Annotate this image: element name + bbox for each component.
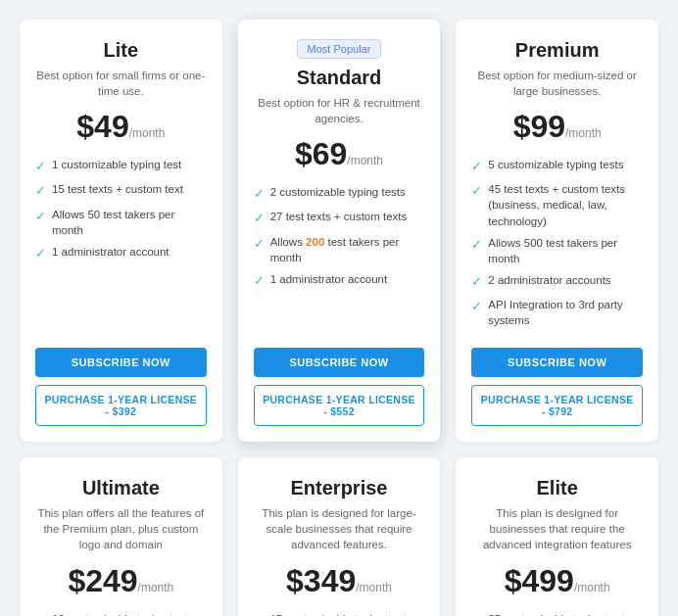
- plan-title: Ultimate: [35, 477, 207, 499]
- license-button[interactable]: PURCHASE 1-YEAR LICENSE - $392: [35, 385, 207, 426]
- pricing-card-standard: Most PopularStandardBest option for HR &…: [238, 20, 441, 442]
- price-row: $99/month: [471, 109, 643, 145]
- price-amount: $69: [295, 136, 347, 171]
- price-period: /month: [356, 581, 392, 594]
- plan-title: Premium: [471, 39, 643, 62]
- feature-item: ✓27 test texts + custom texts: [254, 209, 425, 227]
- feature-item: ✓1 customizable typing test: [35, 157, 207, 175]
- feature-item: ✓Allows 200 test takers per month: [254, 234, 425, 265]
- feature-text: 1 administrator account: [52, 244, 170, 260]
- price-amount: $249: [68, 563, 137, 598]
- pricing-card-enterprise: EnterpriseThis plan is designed for larg…: [238, 457, 441, 616]
- feature-item: ✓15 customizable typing tests, 45 texts: [254, 611, 425, 617]
- feature-item: ✓5 customizable typing tests: [471, 157, 643, 175]
- plan-subtitle: Best option for small firms or one-time …: [35, 68, 207, 99]
- check-icon: ✓: [35, 208, 46, 225]
- check-icon: ✓: [35, 158, 46, 175]
- features-list: ✓2 customizable typing tests✓27 test tex…: [254, 184, 425, 334]
- price-row: $49/month: [35, 109, 207, 145]
- check-icon: ✓: [471, 298, 482, 315]
- features-list: ✓1 customizable typing test✓15 test text…: [35, 157, 207, 334]
- check-icon: ✓: [35, 245, 46, 262]
- feature-item: ✓Allows 500 test takers per month: [471, 235, 643, 266]
- highlight-text: 200: [306, 236, 324, 248]
- check-icon: ✓: [254, 612, 265, 617]
- feature-text: API Integration to 3rd party systems: [488, 297, 643, 328]
- features-list: ✓10 customizable typing tests, 45 texts✓…: [35, 611, 207, 617]
- feature-text: 2 customizable typing tests: [270, 184, 406, 200]
- price-amount: $499: [505, 563, 574, 598]
- features-list: ✓15 customizable typing tests, 45 texts✓…: [254, 611, 425, 617]
- features-list: ✓25 customizable typing tests, 45 texts✓…: [471, 611, 643, 617]
- feature-text: 27 test texts + custom texts: [270, 209, 408, 224]
- feature-text: 5 customizable typing tests: [488, 157, 623, 172]
- feature-item: ✓25 customizable typing tests, 45 texts: [471, 611, 643, 617]
- feature-text: 15 customizable typing tests, 45 texts: [270, 611, 425, 617]
- license-button[interactable]: PURCHASE 1-YEAR LICENSE - $792: [471, 385, 643, 426]
- price-row: $499/month: [471, 563, 643, 599]
- feature-item: ✓2 customizable typing tests: [254, 184, 425, 203]
- check-icon: ✓: [471, 158, 482, 175]
- price-row: $69/month: [254, 136, 425, 172]
- check-icon: ✓: [254, 185, 265, 203]
- feature-text: Allows 500 test takers per month: [488, 235, 643, 266]
- feature-text: 45 test texts + custom texts (business, …: [488, 181, 643, 228]
- price-period: /month: [347, 154, 383, 167]
- plan-subtitle: This plan is designed for large-scale bu…: [254, 505, 425, 552]
- feature-item: ✓1 administrator account: [35, 244, 207, 262]
- check-icon: ✓: [254, 210, 265, 227]
- feature-text: 1 customizable typing test: [52, 157, 181, 172]
- subscribe-button[interactable]: SUBSCRIBE NOW: [35, 348, 207, 377]
- feature-item: ✓2 administrator accounts: [471, 272, 643, 291]
- check-icon: ✓: [471, 236, 482, 254]
- feature-text: 2 administrator accounts: [488, 272, 610, 288]
- plan-title: Lite: [35, 39, 207, 62]
- pricing-card-ultimate: UltimateThis plan offers all the feature…: [20, 457, 222, 616]
- feature-item: ✓Allows 50 test takers per month: [35, 207, 207, 238]
- check-icon: ✓: [35, 182, 46, 200]
- feature-text: 1 administrator account: [270, 271, 388, 287]
- plan-title: Elite: [471, 477, 643, 499]
- plan-title: Standard: [254, 67, 425, 89]
- plan-subtitle: Best option for HR & recruitment agencie…: [254, 95, 425, 126]
- feature-text: 25 customizable typing tests, 45 texts: [488, 611, 643, 617]
- check-icon: ✓: [254, 235, 265, 253]
- subscribe-button[interactable]: SUBSCRIBE NOW: [471, 348, 643, 377]
- price-amount: $49: [76, 109, 128, 144]
- plan-title: Enterprise: [254, 477, 425, 499]
- price-amount: $349: [286, 563, 356, 598]
- feature-text: 15 test texts + custom text: [52, 181, 183, 197]
- feature-text: Allows 50 test takers per month: [52, 207, 207, 238]
- feature-item: ✓45 test texts + custom texts (business,…: [471, 181, 643, 228]
- plan-subtitle: This plan is designed for businesses tha…: [471, 505, 643, 552]
- check-icon: ✓: [35, 612, 46, 617]
- price-row: $249/month: [35, 563, 207, 599]
- check-icon: ✓: [471, 273, 482, 291]
- feature-item: ✓API Integration to 3rd party systems: [471, 297, 643, 328]
- feature-text: 10 customizable typing tests, 45 texts: [52, 611, 207, 617]
- pricing-card-premium: PremiumBest option for medium-sized or l…: [456, 20, 658, 442]
- price-period: /month: [138, 581, 174, 594]
- price-amount: $99: [513, 109, 565, 144]
- plan-subtitle: This plan offers all the features of the…: [35, 505, 207, 552]
- check-icon: ✓: [471, 182, 482, 200]
- subscribe-button[interactable]: SUBSCRIBE NOW: [254, 348, 425, 377]
- check-icon: ✓: [254, 272, 265, 290]
- features-list: ✓5 customizable typing tests✓45 test tex…: [471, 157, 643, 334]
- feature-item: ✓10 customizable typing tests, 45 texts: [35, 611, 207, 617]
- pricing-card-elite: EliteThis plan is designed for businesse…: [456, 457, 658, 616]
- price-period: /month: [129, 126, 166, 140]
- check-icon: ✓: [471, 612, 482, 617]
- price-period: /month: [565, 126, 602, 140]
- price-period: /month: [574, 581, 610, 594]
- plan-subtitle: Best option for medium-sized or large bu…: [471, 68, 643, 99]
- price-row: $349/month: [254, 563, 425, 599]
- feature-text: Allows 200 test takers per month: [270, 234, 425, 265]
- pricing-card-lite: LiteBest option for small firms or one-t…: [20, 20, 222, 442]
- feature-item: ✓15 test texts + custom text: [35, 181, 207, 200]
- license-button[interactable]: PURCHASE 1-YEAR LICENSE - $552: [254, 385, 425, 426]
- most-popular-badge: Most Popular: [297, 39, 382, 59]
- feature-item: ✓1 administrator account: [254, 271, 425, 290]
